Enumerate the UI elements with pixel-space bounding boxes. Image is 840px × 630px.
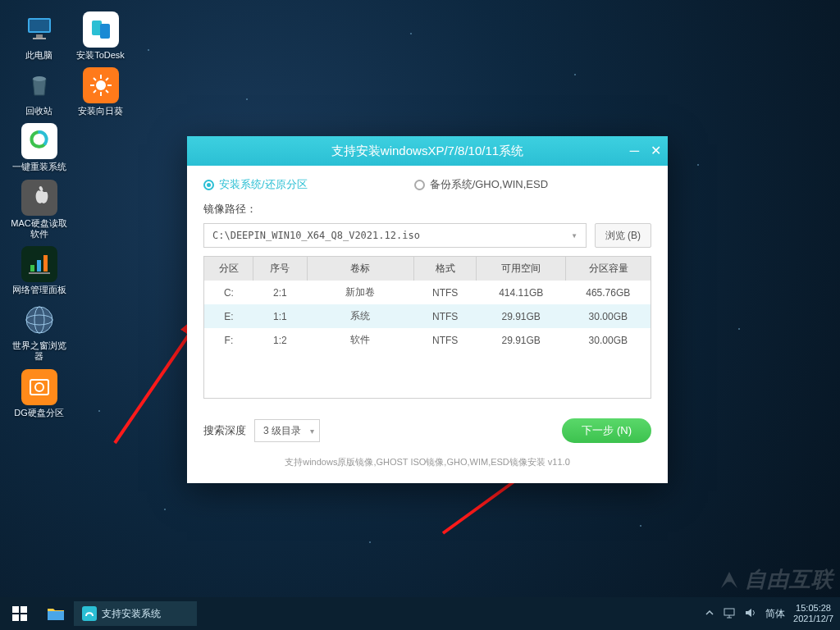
tray-date: 2021/12/7 <box>793 614 833 624</box>
browser-icon <box>21 302 57 338</box>
image-path-value: C:\DEEPIN_WIN10_X64_Q8_V2021.12.iso <box>212 230 420 241</box>
table-cell: 30.00GB <box>566 328 651 352</box>
svg-point-7 <box>96 80 106 90</box>
table-cell: 1:2 <box>253 328 307 352</box>
tray-time: 15:05:28 <box>793 603 833 614</box>
reinstall-icon <box>21 123 57 159</box>
svg-rect-32 <box>21 614 27 621</box>
svg-rect-5 <box>100 24 110 39</box>
next-button[interactable]: 下一步 (N) <box>562 418 651 443</box>
table-cell: NTFS <box>414 304 477 328</box>
svg-rect-29 <box>12 606 19 613</box>
search-depth-select[interactable]: 3 级目录 ▾ <box>254 419 320 442</box>
svg-rect-25 <box>30 380 48 395</box>
desktop-icon-netpanel[interactable]: 网络管理面板 <box>8 246 70 295</box>
tray-network-icon[interactable] <box>723 607 736 620</box>
table-header: 序号 <box>253 257 307 281</box>
table-row[interactable]: C:2:1新加卷NTFS414.11GB465.76GB <box>204 281 651 304</box>
chevron-down-icon: ▾ <box>310 427 314 436</box>
table-row[interactable]: E:1:1系统NTFS29.91GB30.00GB <box>204 304 651 328</box>
desktop-icon-todesk[interactable]: 安装ToDesk <box>70 11 131 61</box>
chevron-down-icon: ▾ <box>571 230 577 241</box>
desktop-icon-macdisk[interactable]: MAC硬盘读取软件 <box>8 180 70 240</box>
radio-label: 备份系统/GHO,WIN,ESD <box>430 177 548 192</box>
svg-line-13 <box>106 90 108 93</box>
taskbar-explorer-icon[interactable] <box>39 597 72 630</box>
dialog-footer-text: 支持windows原版镜像,GHOST ISO镜像,GHO,WIM,ESD镜像安… <box>203 456 651 468</box>
image-path-select[interactable]: C:\DEEPIN_WIN10_X64_Q8_V2021.12.iso ▾ <box>203 223 587 248</box>
table-cell: 30.00GB <box>566 304 651 328</box>
svg-rect-20 <box>29 272 50 274</box>
radio-label: 安装系统/还原分区 <box>219 177 308 192</box>
search-depth-label: 搜索深度 <box>203 423 246 438</box>
svg-line-14 <box>94 90 96 93</box>
table-header: 分区容量 <box>566 257 651 281</box>
table-cell: F: <box>204 328 253 352</box>
tray-chevron-icon[interactable] <box>705 608 714 619</box>
partition-table: 分区序号卷标格式可用空间分区容量 C:2:1新加卷NTFS414.11GB465… <box>203 256 651 399</box>
desktop-icon-browser[interactable]: 世界之窗浏览器 <box>8 302 70 362</box>
svg-point-6 <box>33 76 46 81</box>
desktop-icon-label: DG硬盘分区 <box>14 408 64 418</box>
svg-rect-18 <box>37 260 41 272</box>
desktop-icon-recycle[interactable]: 回收站 <box>8 67 70 116</box>
pc-icon <box>21 11 57 48</box>
table-cell: 465.76GB <box>566 281 651 304</box>
tray-ime[interactable]: 简体 <box>765 607 785 621</box>
system-tray: 简体 15:05:28 2021/12/7 <box>705 597 840 630</box>
table-cell: E: <box>204 304 253 328</box>
todesk-icon <box>83 11 119 48</box>
table-cell: 系统 <box>307 304 414 328</box>
minimize-button[interactable]: ─ <box>630 144 639 158</box>
radio-dot-icon <box>203 180 214 190</box>
svg-rect-31 <box>12 614 19 621</box>
svg-rect-19 <box>43 255 48 272</box>
table-cell: 新加卷 <box>307 281 414 304</box>
taskbar-task-installer[interactable]: 支持安装系统 <box>74 601 197 626</box>
desktop-icon-pc[interactable]: 此电脑 <box>8 11 70 61</box>
desktop-icon-label: 安装向日葵 <box>78 106 123 116</box>
table-cell: 软件 <box>307 328 414 352</box>
table-cell: 29.91GB <box>477 328 566 352</box>
desktop-icon-dg[interactable]: DG硬盘分区 <box>8 369 70 418</box>
dialog-titlebar: 支持安装windowsXP/7/8/10/11系统 ─ ✕ <box>187 136 668 166</box>
table-cell: NTFS <box>414 328 477 352</box>
watermark: 自由互联 <box>717 565 833 594</box>
svg-rect-2 <box>36 34 43 38</box>
desktop-icons: 此电脑安装ToDesk回收站安装向日葵一键重装系统MAC硬盘读取软件网络管理面板… <box>8 8 139 422</box>
close-button[interactable]: ✕ <box>651 144 661 158</box>
table-header: 卷标 <box>307 257 414 281</box>
tray-clock[interactable]: 15:05:28 2021/12/7 <box>793 603 833 624</box>
desktop-icon-label: 一键重装系统 <box>12 162 66 172</box>
svg-point-26 <box>35 383 43 391</box>
taskbar: 支持安装系统 简体 15:05:28 2021/12/7 <box>0 597 840 630</box>
svg-rect-35 <box>724 609 734 615</box>
netpanel-icon <box>21 246 57 282</box>
radio-backup[interactable]: 备份系统/GHO,WIN,ESD <box>414 177 548 192</box>
table-cell: 1:1 <box>253 304 307 328</box>
dg-icon <box>21 369 57 405</box>
radio-install-restore[interactable]: 安装系统/还原分区 <box>203 177 308 192</box>
desktop-icon-sunflower[interactable]: 安装向日葵 <box>70 67 131 116</box>
svg-line-12 <box>94 78 96 80</box>
installer-dialog: 支持安装windowsXP/7/8/10/11系统 ─ ✕ 安装系统/还原分区 … <box>187 136 668 483</box>
radio-dot-icon <box>414 180 425 190</box>
svg-rect-33 <box>48 611 64 620</box>
desktop-icon-label: 回收站 <box>25 106 52 116</box>
start-button[interactable] <box>0 597 39 630</box>
svg-rect-1 <box>30 20 49 31</box>
sunflower-icon <box>83 67 119 103</box>
desktop-icon-reinstall[interactable]: 一键重装系统 <box>8 123 70 172</box>
svg-rect-3 <box>33 38 46 39</box>
table-row[interactable]: F:1:2软件NTFS29.91GB30.00GB <box>204 328 651 352</box>
desktop-icon-label: 网络管理面板 <box>12 285 66 295</box>
browse-button[interactable]: 浏览 (B) <box>595 223 651 248</box>
recycle-icon <box>21 67 57 103</box>
table-header: 可用空间 <box>477 257 566 281</box>
tray-volume-icon[interactable] <box>744 607 757 620</box>
table-cell: 29.91GB <box>477 304 566 328</box>
desktop-icon-label: 安装ToDesk <box>76 50 125 61</box>
taskbar-task-label: 支持安装系统 <box>102 607 161 621</box>
dialog-title: 支持安装windowsXP/7/8/10/11系统 <box>331 144 523 159</box>
desktop-icon-label: 世界之窗浏览器 <box>10 340 69 362</box>
